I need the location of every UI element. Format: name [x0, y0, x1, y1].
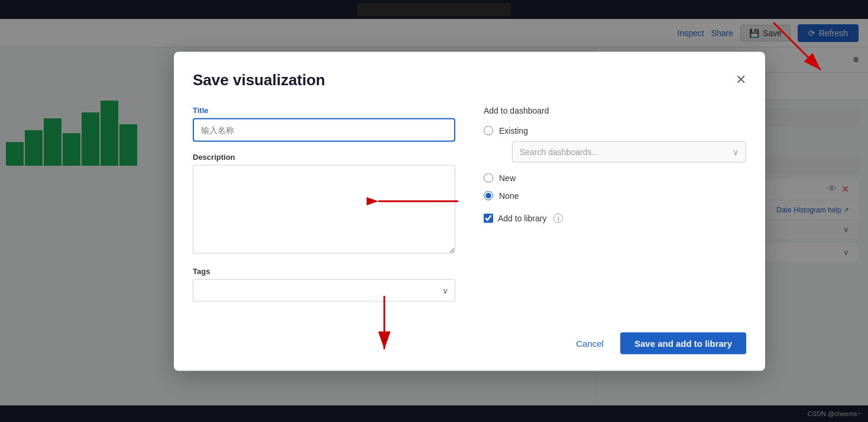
radio-existing-item[interactable]: Existing: [484, 125, 746, 135]
add-to-library-checkbox[interactable]: [484, 213, 493, 223]
save-and-add-button[interactable]: Save and add to library: [620, 332, 746, 354]
title-field-group: Title: [193, 105, 455, 141]
add-to-library-info-icon[interactable]: i: [553, 213, 563, 223]
radio-none[interactable]: [484, 191, 493, 200]
none-arrow: [367, 183, 461, 219]
dialog-footer: Cancel Save and add to library: [193, 323, 746, 354]
add-to-dashboard-label: Add to dashboard: [484, 105, 746, 115]
save-arrow: [349, 290, 420, 361]
dialog-right-panel: Add to dashboard Existing Search dashboa…: [484, 105, 746, 301]
radio-new-item[interactable]: New: [484, 173, 746, 182]
radio-existing-label: Existing: [499, 125, 528, 135]
search-dropdown-chevron: ∨: [733, 147, 739, 156]
dialog-title: Save visualization: [193, 70, 325, 89]
description-field-label: Description: [193, 152, 455, 161]
dialog-close-button[interactable]: ✕: [736, 73, 746, 86]
search-dashboards-dropdown[interactable]: Search dashboards... ∨: [512, 141, 746, 162]
title-input[interactable]: [193, 118, 455, 141]
title-field-label: Title: [193, 105, 455, 114]
radio-none-item[interactable]: None: [484, 191, 746, 200]
radio-existing[interactable]: [484, 125, 493, 135]
radio-new[interactable]: [484, 173, 493, 182]
cancel-button[interactable]: Cancel: [566, 332, 613, 354]
dialog-body: Title Description Tags ∨ Add to dashboar…: [193, 105, 746, 301]
radio-new-label: New: [499, 173, 516, 182]
save-visualization-dialog: Save visualization ✕ Title Description T…: [174, 51, 765, 371]
add-to-library-row: Add to library i: [484, 213, 746, 223]
tags-field-label: Tags: [193, 266, 455, 275]
dialog-header: Save visualization ✕: [193, 70, 746, 89]
search-dashboard-wrapper: Search dashboards... ∨: [498, 138, 746, 162]
add-to-library-label: Add to library: [498, 213, 546, 223]
dashboard-radio-group: Existing Search dashboards... ∨ New None: [484, 125, 746, 200]
radio-none-label: None: [499, 191, 519, 200]
search-dashboards-placeholder: Search dashboards...: [520, 147, 598, 156]
